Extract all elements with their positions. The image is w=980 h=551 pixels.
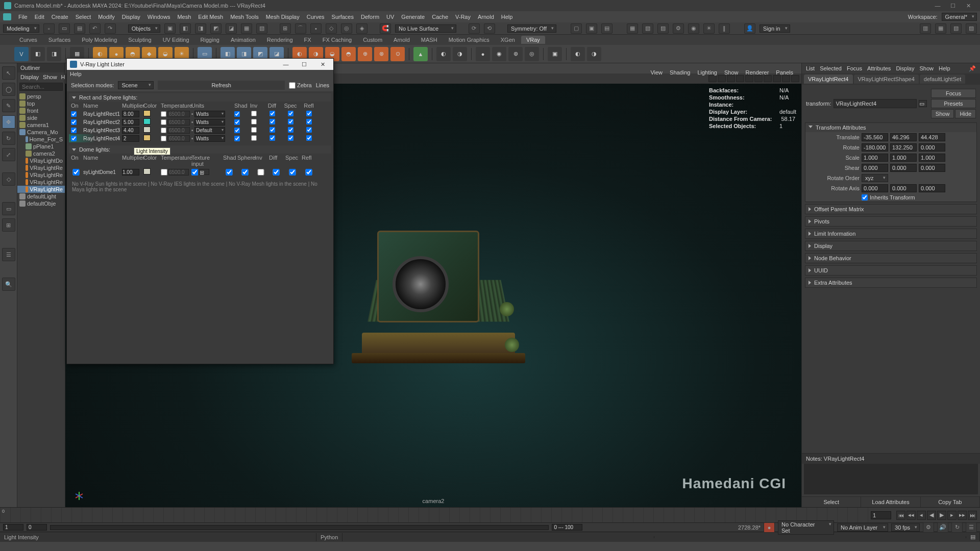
light-name[interactable]: RayLightRect2 bbox=[83, 119, 120, 125]
outliner-item-4[interactable]: camera1 bbox=[17, 121, 65, 129]
dome-temperature-input[interactable] bbox=[168, 169, 189, 176]
attr-pin-icon[interactable]: 📌 bbox=[969, 65, 976, 72]
shelf-tab-rigging[interactable]: Rigging bbox=[195, 36, 225, 44]
maximize-icon[interactable]: ☐ bbox=[945, 1, 961, 10]
account-icon[interactable]: 👤 bbox=[744, 23, 755, 34]
shelf-tab-uvedit[interactable]: UV Editing bbox=[158, 36, 194, 44]
shelf-tab-fx[interactable]: FX bbox=[299, 36, 316, 44]
shelf-tab-animation[interactable]: Animation bbox=[226, 36, 261, 44]
outliner-item-5[interactable]: Camera_Mo bbox=[17, 129, 65, 136]
light-invisible-checkbox[interactable] bbox=[251, 119, 257, 124]
dome-diffuse-checkbox[interactable] bbox=[269, 169, 283, 176]
shelf-mat-icon[interactable]: ● bbox=[476, 47, 490, 61]
light-reflect-checkbox[interactable] bbox=[306, 119, 312, 124]
light-color-swatch[interactable] bbox=[143, 135, 151, 141]
menu-create[interactable]: Create bbox=[52, 14, 68, 20]
menu-help[interactable]: Help bbox=[501, 14, 513, 20]
range-slider-track[interactable] bbox=[50, 525, 549, 530]
attr-copytab-button[interactable]: Copy Tab bbox=[921, 497, 980, 507]
vp-menu-lighting[interactable]: Lighting bbox=[697, 69, 717, 76]
menu-mesh[interactable]: Mesh bbox=[177, 14, 191, 20]
light-name[interactable]: RayLightRect4 bbox=[83, 135, 120, 141]
panel-toggle-1[interactable]: ▥ bbox=[920, 23, 931, 34]
render-settings-icon[interactable]: ⚙ bbox=[673, 23, 684, 34]
playback-next-key-icon[interactable]: ▸▸ bbox=[958, 511, 967, 520]
light-units-dropdown[interactable]: Watts bbox=[194, 119, 225, 126]
open-scene-icon[interactable]: ▭ bbox=[59, 23, 70, 34]
lines-label[interactable]: Lines bbox=[316, 82, 329, 88]
outliner-item-11[interactable]: VRayLightRe bbox=[17, 171, 65, 179]
range-pref-icon[interactable]: ⚙ bbox=[923, 522, 934, 533]
time-slider-track[interactable]: 0 bbox=[0, 508, 869, 522]
light-reflect-checkbox[interactable] bbox=[306, 127, 312, 133]
attr-rotate-axis-z[interactable] bbox=[919, 184, 945, 192]
render-view-icon[interactable]: ▨ bbox=[657, 23, 669, 34]
range-start-input[interactable] bbox=[3, 524, 23, 531]
dome-color-swatch[interactable] bbox=[143, 168, 151, 174]
light-units-dropdown[interactable]: Default bbox=[194, 127, 225, 134]
snap-point-icon[interactable]: • bbox=[310, 23, 322, 34]
snap-view-icon[interactable]: ◈ bbox=[356, 23, 368, 34]
menu-edit[interactable]: Edit bbox=[35, 14, 44, 20]
shelf-tab-mash[interactable]: MASH bbox=[416, 36, 443, 44]
shelf-fur-6-icon[interactable]: ⊗ bbox=[374, 47, 388, 61]
sl-icon-b[interactable]: ▣ bbox=[586, 23, 597, 34]
light-multiplier-input[interactable] bbox=[122, 135, 139, 142]
attr-presets-button[interactable]: Presets bbox=[931, 99, 976, 108]
attr-tab-lightset[interactable]: defaultLightSet bbox=[920, 74, 965, 84]
attr-translate-z[interactable] bbox=[919, 133, 945, 141]
light-temperature-input[interactable] bbox=[167, 111, 190, 117]
attr-section-1-header[interactable]: Pivots bbox=[805, 217, 976, 226]
dome-texture-link-icon[interactable]: ⊞ bbox=[199, 169, 209, 175]
history-opt-icon[interactable]: ⟲ bbox=[484, 23, 495, 34]
shelf-cam-2-icon[interactable]: ◑ bbox=[587, 47, 601, 61]
units-link-icon[interactable]: ▪ bbox=[191, 127, 193, 133]
shelf-mat-3-icon[interactable]: ⊛ bbox=[508, 47, 523, 61]
snap-grid-icon[interactable]: ⊞ bbox=[280, 23, 291, 34]
attr-tab-shape[interactable]: VRayLightRectShape4 bbox=[854, 74, 919, 84]
menu-curves[interactable]: Curves bbox=[307, 14, 325, 20]
light-on-checkbox[interactable] bbox=[71, 128, 77, 133]
light-specular-checkbox[interactable] bbox=[288, 111, 293, 116]
dome-lights-section-header[interactable]: Dome lights: bbox=[69, 145, 331, 154]
light-units-dropdown[interactable]: Watts bbox=[194, 111, 225, 117]
menu-generate[interactable]: Generate bbox=[401, 14, 425, 20]
light-multiplier-input[interactable] bbox=[122, 127, 139, 134]
attr-menu-show[interactable]: Show bbox=[919, 65, 934, 71]
light-specular-checkbox[interactable] bbox=[288, 135, 293, 141]
outliner-item-3[interactable]: side bbox=[17, 114, 65, 121]
animlayer-dropdown[interactable]: No Anim Layer bbox=[837, 523, 888, 532]
outliner-item-9[interactable]: VRayLightDo bbox=[17, 157, 65, 164]
menu-edit-mesh[interactable]: Edit Mesh bbox=[198, 14, 223, 20]
light-lister-minimize-icon[interactable]: — bbox=[278, 61, 293, 67]
undo-icon[interactable]: ↶ bbox=[89, 23, 101, 34]
light-diffuse-checkbox[interactable] bbox=[270, 119, 275, 124]
vp-menu-shading[interactable]: Shading bbox=[670, 69, 690, 76]
light-multiplier-input[interactable] bbox=[122, 111, 139, 117]
layout-four-icon[interactable]: ⊞ bbox=[2, 218, 15, 232]
menu-vray[interactable]: V-Ray bbox=[455, 14, 471, 20]
light-specular-checkbox[interactable] bbox=[288, 119, 293, 124]
move-tool-icon[interactable]: ✥ bbox=[2, 115, 15, 129]
ipr-icon[interactable]: ▧ bbox=[642, 23, 653, 34]
dome-on-checkbox[interactable] bbox=[71, 169, 81, 176]
sl-icon-c[interactable]: ▤ bbox=[601, 23, 612, 34]
shelf-tab-polymodel[interactable]: Poly Modeling bbox=[77, 36, 122, 44]
shelf-cam-1-icon[interactable]: ◐ bbox=[571, 47, 585, 61]
zebra-checkbox[interactable] bbox=[289, 82, 296, 89]
shelf-fur-5-icon[interactable]: ⊕ bbox=[358, 47, 372, 61]
light-temp-checkbox[interactable] bbox=[161, 128, 166, 133]
light-shadow-checkbox[interactable] bbox=[234, 119, 240, 125]
sel-icon-1[interactable]: ▣ bbox=[164, 23, 176, 34]
light-diffuse-checkbox[interactable] bbox=[270, 111, 275, 116]
outliner-search-input[interactable] bbox=[19, 83, 63, 91]
dome-name[interactable]: syLightDome1 bbox=[83, 169, 120, 175]
shelf-util-2-icon[interactable]: ◑ bbox=[453, 47, 467, 61]
pause-icon[interactable]: ‖ bbox=[719, 23, 730, 34]
units-link-icon[interactable]: ▪ bbox=[191, 111, 193, 117]
light-temperature-input[interactable] bbox=[167, 135, 190, 142]
shelf-tab-rendering[interactable]: Rendering bbox=[262, 36, 298, 44]
snap-curve-icon[interactable]: ⌒ bbox=[295, 23, 306, 34]
attr-tab-transform[interactable]: VRayLightRect4 bbox=[804, 74, 853, 84]
light-on-checkbox[interactable] bbox=[71, 119, 77, 125]
